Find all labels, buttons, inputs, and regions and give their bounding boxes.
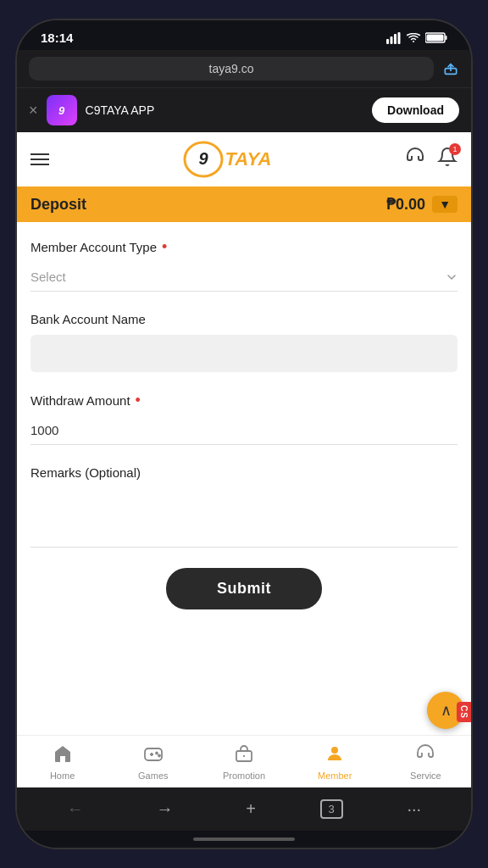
share-icon[interactable] [442, 58, 459, 80]
app-icon: 9 [47, 95, 77, 125]
support-icon[interactable] [405, 147, 425, 172]
nav-member-label: Member [318, 771, 352, 781]
hamburger-menu[interactable] [30, 153, 49, 165]
bank-account-name-group: Bank Account Name [30, 312, 458, 372]
forward-button[interactable]: → [148, 796, 182, 822]
bottom-nav: Home Games Promo [17, 735, 471, 787]
member-account-type-label: Member Account Type • [30, 239, 458, 254]
promotion-icon [234, 744, 254, 768]
member-account-type-select[interactable]: Select [30, 263, 458, 292]
remarks-group: Remarks (Optional) [30, 465, 458, 548]
svg-rect-1 [391, 36, 393, 44]
browser-navigation: ← → + 3 ··· [17, 787, 471, 831]
back-button[interactable]: ← [58, 796, 92, 822]
chevron-up-icon: ∧ [441, 701, 452, 720]
submit-container: Submit [30, 568, 458, 626]
logo: 9 TAYA [183, 141, 272, 178]
notification-bell-icon[interactable]: 1 [437, 147, 458, 172]
nav-promotion-label: Promotion [223, 771, 265, 781]
bank-account-name-field-box [30, 335, 458, 372]
nav-home-label: Home [50, 771, 75, 781]
signal-icon [386, 32, 402, 44]
new-tab-button[interactable]: + [237, 796, 264, 822]
home-bar [193, 837, 295, 841]
notification-count: 1 [449, 143, 461, 155]
home-indicator [17, 831, 471, 848]
status-icons [386, 32, 447, 44]
logo-container: 9 TAYA [59, 141, 395, 178]
svg-rect-6 [427, 35, 444, 42]
home-icon [53, 744, 73, 768]
withdraw-required-indicator: • [136, 392, 141, 408]
svg-rect-3 [398, 32, 401, 44]
svg-point-13 [156, 753, 158, 754]
more-options-button[interactable]: ··· [398, 796, 430, 822]
browser-bar: taya9.co [17, 50, 471, 87]
nav-promotion[interactable]: Promotion [198, 736, 289, 787]
svg-rect-0 [386, 39, 389, 44]
nav-games-label: Games [138, 771, 168, 781]
svg-text:9: 9 [198, 149, 208, 168]
logo-text: TAYA [225, 148, 272, 170]
remarks-input[interactable] [30, 519, 458, 548]
app-banner: × 9 C9TAYA APP Download [17, 87, 471, 132]
wifi-icon [407, 33, 420, 43]
logo-icon: 9 [183, 141, 224, 178]
member-account-type-group: Member Account Type • Select [30, 239, 458, 292]
svg-rect-5 [446, 36, 447, 40]
header-icons: 1 [405, 147, 458, 172]
cs-tab[interactable]: CS [457, 702, 471, 722]
app-header: 9 TAYA 1 [17, 132, 471, 186]
deposit-amount: ₱0.00 ▼ [386, 195, 458, 214]
chevron-down-icon [446, 271, 458, 283]
service-icon [415, 744, 435, 768]
app-name: C9TAYA APP [86, 103, 364, 117]
form-area: Member Account Type • Select Bank Accoun… [17, 222, 471, 735]
nav-service-label: Service [410, 771, 441, 781]
nav-service[interactable]: Service [380, 736, 471, 787]
main-content: 9 TAYA 1 [17, 132, 471, 735]
battery-icon [425, 32, 447, 43]
close-banner-button[interactable]: × [29, 102, 38, 120]
select-placeholder: Select [30, 270, 66, 284]
time: 18:14 [41, 31, 73, 45]
tab-count[interactable]: 3 [320, 799, 343, 819]
required-indicator: • [162, 239, 167, 254]
withdraw-amount-input[interactable] [30, 416, 458, 445]
deposit-bar[interactable]: Deposit ₱0.00 ▼ [17, 186, 471, 222]
deposit-label: Deposit [30, 196, 86, 214]
nav-games[interactable]: Games [108, 736, 198, 787]
nav-member[interactable]: Member [290, 736, 380, 787]
download-button[interactable]: Download [372, 97, 459, 123]
svg-point-14 [158, 755, 160, 757]
member-icon [324, 744, 345, 768]
dropdown-arrow[interactable]: ▼ [432, 196, 458, 213]
remarks-label: Remarks (Optional) [30, 465, 458, 480]
balance-amount: ₱0.00 [386, 195, 425, 214]
svg-point-17 [331, 747, 338, 754]
url-bar[interactable]: taya9.co [29, 57, 434, 81]
games-icon [143, 744, 164, 768]
nav-home[interactable]: Home [17, 736, 108, 787]
withdraw-amount-group: Withdraw Amount • [30, 392, 458, 445]
svg-rect-2 [394, 34, 396, 44]
submit-button[interactable]: Submit [166, 568, 322, 609]
bank-account-name-label: Bank Account Name [30, 312, 458, 326]
withdraw-amount-label: Withdraw Amount • [30, 392, 458, 408]
